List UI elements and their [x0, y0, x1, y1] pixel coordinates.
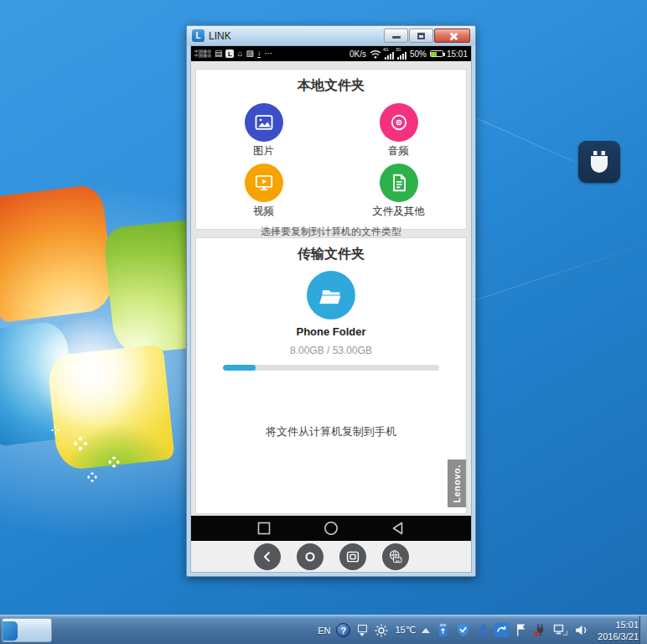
minimize-icon	[392, 36, 401, 39]
usb-device-overlay-icon[interactable]	[578, 141, 620, 183]
language-bar-options-icon[interactable]	[356, 625, 368, 636]
globe-keyboard-icon	[387, 548, 403, 564]
transfer-progress-fill	[223, 365, 256, 371]
phone-folder-name: Phone Folder	[196, 325, 466, 338]
link-window: L LINK 中国移动 中国移动 ▤ L ⌂ ▨ ↓ ⋯	[186, 25, 476, 577]
minimize-button[interactable]	[384, 29, 408, 43]
temperature-label[interactable]: 15℃	[395, 625, 416, 636]
recents-button[interactable]	[254, 518, 274, 538]
download-icon: ↓	[257, 49, 261, 58]
tile-audio-label: 音频	[331, 144, 466, 158]
home-circle-icon	[323, 520, 339, 537]
storage-usage: 8.00GB / 53.00GB	[196, 345, 466, 356]
windows-taskbar: EN ? 15℃	[0, 615, 647, 644]
picture-in-picture-icon	[345, 549, 360, 564]
wallpaper-pane-red	[0, 184, 116, 323]
tile-pictures-label: 图片	[196, 144, 331, 158]
usb-plug-icon	[587, 148, 612, 175]
back-button[interactable]	[388, 518, 408, 538]
lenovo-brand-badge: Lenovo.	[448, 460, 466, 507]
power-plug-disconnected-icon[interactable]	[533, 623, 547, 637]
storage-progress-bar	[223, 365, 439, 371]
transfer-folder-title: 传输文件夹	[196, 246, 466, 263]
wallpaper-center-glow	[34, 314, 151, 432]
local-folders-card: 本地文件夹 图片	[195, 69, 467, 230]
clock-time: 15:01	[598, 619, 639, 631]
maximize-button[interactable]	[409, 29, 433, 43]
tile-files-other[interactable]: 文件及其他	[331, 164, 466, 219]
video-screen-icon	[253, 172, 275, 194]
screenshot-icon: ▨	[246, 49, 254, 58]
weather-sun-icon[interactable]	[374, 623, 389, 638]
phone-content: 本地文件夹 图片	[191, 61, 471, 516]
tile-video-label: 视频	[196, 205, 331, 219]
wallpaper-sparkle	[87, 472, 96, 481]
maximize-icon	[417, 33, 425, 39]
recents-square-icon	[256, 521, 272, 536]
clock-date: 2016/3/21	[598, 631, 639, 642]
battery-icon	[430, 50, 443, 57]
show-hidden-icons-button[interactable]	[422, 628, 430, 633]
tile-files-other-label: 文件及其他	[331, 205, 466, 219]
network-icon[interactable]	[553, 623, 568, 637]
open-folder-icon	[318, 282, 344, 309]
phone-mirror-screen: 中国移动 中国移动 ▤ L ⌂ ▨ ↓ ⋯ 0K/s 4G	[190, 45, 472, 573]
keyboard-icon: ▤	[215, 49, 222, 58]
android-nav-bar	[191, 516, 471, 541]
bluetooth-icon[interactable]	[476, 623, 489, 637]
taskbar-app-icon	[2, 621, 18, 641]
show-desktop-button[interactable]	[639, 615, 647, 644]
action-center-flag-icon[interactable]	[515, 623, 527, 637]
record-ring-icon	[303, 549, 318, 564]
home-button[interactable]	[321, 518, 341, 538]
picture-icon	[253, 112, 275, 133]
transfer-hint: 将文件从计算机复制到手机	[196, 424, 466, 439]
usb-tray-icon[interactable]	[436, 623, 450, 637]
wallpaper-sparkle	[109, 457, 120, 468]
wallpaper-sparkle	[51, 426, 60, 434]
tile-video[interactable]: 视频	[196, 164, 331, 219]
system-tray: EN ? 15℃	[318, 615, 639, 644]
close-icon	[448, 32, 458, 41]
document-icon	[388, 172, 410, 194]
toolbar-back-button[interactable]	[254, 543, 281, 570]
help-icon[interactable]: ?	[336, 623, 350, 637]
chevron-left-icon	[260, 549, 275, 564]
tile-audio[interactable]: 音频	[331, 103, 466, 158]
local-folders-title: 本地文件夹	[196, 77, 466, 95]
tile-pictures[interactable]: 图片	[196, 103, 331, 158]
volume-icon[interactable]	[574, 623, 588, 637]
transfer-folder-card: 传输文件夹 Phone Folder 8.00GB / 53.00GB 将文件从…	[195, 237, 467, 514]
phone-folder-button[interactable]	[307, 271, 355, 319]
active-taskbar-button[interactable]	[2, 618, 52, 642]
android-status-bar: 中国移动 中国移动 ▤ L ⌂ ▨ ↓ ⋯ 0K/s 4G	[191, 46, 471, 61]
more-notifications-icon: ⋯	[264, 49, 272, 58]
desktop: L LINK 中国移动 中国移动 ▤ L ⌂ ▨ ↓ ⋯	[0, 0, 647, 644]
link-app-icon: L	[192, 29, 204, 42]
network-speed: 0K/s	[349, 49, 366, 59]
window-titlebar[interactable]: L LINK	[187, 26, 475, 45]
windows7-wallpaper-logo	[0, 172, 201, 491]
wallpaper-sparkle	[74, 437, 87, 450]
language-indicator[interactable]: EN	[318, 626, 330, 636]
wifi-icon	[370, 49, 381, 59]
audio-disc-icon	[388, 112, 410, 133]
signal-bars-4g-icon: 4G	[385, 48, 394, 60]
back-triangle-icon	[391, 521, 406, 536]
battery-percent: 50%	[410, 49, 427, 59]
close-button[interactable]	[434, 29, 470, 43]
sync-app-icon[interactable]	[494, 623, 509, 637]
security-shield-icon[interactable]	[456, 623, 470, 637]
link-notification-icon: L	[225, 49, 234, 58]
signal-bars-3g-icon: 3G	[397, 48, 406, 60]
carrier-label: 中国移动 中国移动	[194, 49, 211, 58]
window-title: LINK	[209, 30, 231, 42]
toolbar-record-button[interactable]	[297, 543, 324, 570]
hotspot-icon: ⌂	[237, 49, 242, 58]
taskbar-clock[interactable]: 15:01 2016/3/21	[598, 619, 639, 642]
mirror-toolbar	[191, 541, 471, 572]
toolbar-input-method-button[interactable]	[382, 543, 409, 570]
status-time: 15:01	[447, 49, 468, 59]
toolbar-pip-button[interactable]	[339, 543, 366, 570]
